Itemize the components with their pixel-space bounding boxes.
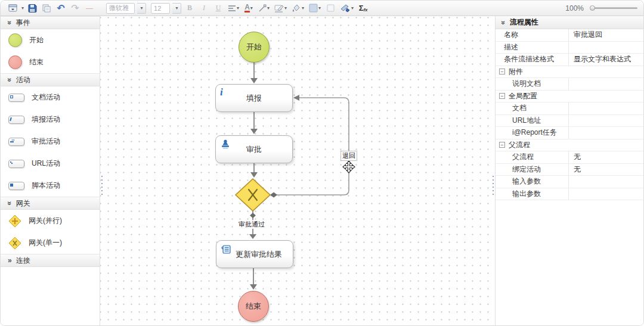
node-fill-task[interactable]: i 填报: [215, 84, 293, 112]
caret-down-icon: ▾: [318, 5, 321, 11]
font-size-caret[interactable]: ▾: [172, 3, 181, 14]
font-color-button[interactable]: A ▾: [243, 2, 255, 14]
edge-update-to-end[interactable]: [250, 268, 257, 290]
property-value[interactable]: 无: [568, 151, 643, 163]
property-group-parent-process[interactable]: − 父流程: [496, 139, 643, 152]
fill-color-button[interactable]: ▾: [290, 2, 305, 14]
line-style-button[interactable]: ▾: [257, 2, 271, 14]
undo-icon: ↶: [57, 2, 64, 14]
palette-section-gateways[interactable]: » 网关: [1, 197, 100, 210]
collapse-icon[interactable]: −: [499, 69, 505, 74]
underline-button[interactable]: U: [212, 2, 224, 14]
node-label: 开始: [246, 42, 262, 52]
redo-button[interactable]: ↷: [69, 2, 81, 14]
palette-item-label: URL活动: [32, 159, 60, 169]
property-row-parent-process: 父流程 无: [496, 151, 643, 164]
node-label: 填报: [246, 93, 262, 104]
workflow-designer-window: ▾ ↶ ↷ — 微软雅 ▾ 12 ▾ B I U: [0, 0, 644, 326]
property-value[interactable]: 显示文字和表达式: [568, 54, 643, 66]
chevron-expanded-icon: »: [7, 21, 13, 25]
collapse-icon[interactable]: −: [499, 142, 505, 148]
edge-label-return[interactable]: 退回: [340, 151, 357, 161]
node-label: 结束: [246, 301, 261, 312]
no-fill-button[interactable]: [324, 2, 336, 14]
edge-fill-to-approve[interactable]: [250, 112, 258, 134]
palette-item-fill-activity[interactable]: 填报活动: [1, 108, 100, 131]
format-painter-button[interactable]: ▾: [339, 2, 355, 14]
start-event-icon: [8, 33, 22, 47]
palette-item-label: 审批活动: [32, 136, 60, 147]
node-update-task[interactable]: 更新审批结果: [216, 240, 293, 268]
undo-button[interactable]: ↶: [55, 2, 67, 14]
edge-approve-to-gateway[interactable]: [250, 163, 258, 178]
panel-menu-button[interactable]: [7, 2, 18, 14]
align-button[interactable]: ▾: [227, 2, 240, 14]
property-value[interactable]: [568, 127, 643, 139]
palette-section-events[interactable]: » 事件: [1, 16, 100, 29]
edge-start-to-fill[interactable]: [250, 63, 258, 83]
right-splitter-handle[interactable]: [492, 175, 494, 197]
remove-button[interactable]: —: [83, 2, 95, 14]
palette-item-label: 网关(并行): [29, 216, 62, 226]
palette-item-label: 文档活动: [32, 92, 60, 103]
palette-item-exclusive-gateway[interactable]: 网关(单一): [1, 232, 100, 254]
palette-section-activities[interactable]: » 活动: [1, 73, 100, 86]
palette-item-start-event[interactable]: 开始: [1, 29, 100, 51]
property-group-global-config[interactable]: − 全局配置: [496, 91, 643, 103]
copy-button[interactable]: [41, 2, 52, 14]
group-label: 全局配置: [509, 91, 537, 101]
fx-label: fx: [363, 7, 367, 13]
palette-item-parallel-gateway[interactable]: 网关(并行): [1, 210, 100, 232]
node-start-event[interactable]: 开始: [239, 32, 270, 63]
italic-button[interactable]: I: [198, 2, 210, 14]
property-value[interactable]: 审批退回: [568, 29, 643, 41]
collapse-icon[interactable]: −: [499, 93, 505, 99]
property-value[interactable]: [568, 115, 643, 127]
property-value[interactable]: [568, 78, 643, 90]
background-color-button[interactable]: ▾: [308, 2, 322, 14]
palette-section-connections[interactable]: » 连接: [1, 254, 100, 267]
properties-title: 流程属性: [510, 17, 538, 27]
properties-panel-header[interactable]: » 流程属性: [496, 16, 643, 29]
palette-item-script-activity[interactable]: 脚本活动: [1, 175, 100, 197]
node-approve-task[interactable]: 审批: [215, 135, 293, 163]
property-label: 父流程: [496, 151, 568, 163]
format-painter-icon: [340, 4, 351, 13]
palette-item-url-activity[interactable]: URL活动: [1, 153, 100, 175]
font-family-caret[interactable]: ▾: [137, 3, 146, 14]
property-label: 输入参数: [496, 176, 568, 188]
property-value[interactable]: [568, 188, 643, 200]
bold-button[interactable]: B: [184, 2, 196, 14]
chevron-expanded-icon: »: [7, 201, 13, 206]
property-value[interactable]: [568, 42, 643, 54]
section-title: 活动: [16, 75, 30, 85]
property-value[interactable]: [568, 103, 643, 114]
zoom-slider-knob[interactable]: [590, 5, 595, 11]
font-size-select[interactable]: 12: [151, 3, 170, 14]
formula-button[interactable]: Σfx: [357, 2, 369, 14]
panel-menu-caret-icon[interactable]: ▾: [21, 5, 24, 11]
paint-bucket-icon: [292, 4, 301, 13]
node-end-event[interactable]: 结束: [238, 291, 269, 322]
line-icon: [258, 4, 267, 13]
property-value[interactable]: 无: [568, 164, 643, 176]
palette-item-end-event[interactable]: 结束: [1, 51, 100, 73]
diagram-canvas[interactable]: 开始 i 填报 审批: [100, 16, 495, 325]
property-label: URL地址: [496, 115, 568, 127]
node-exclusive-gateway[interactable]: [236, 179, 270, 211]
property-group-attachment[interactable]: − 附件: [496, 66, 643, 79]
zoom-slider[interactable]: [591, 7, 637, 9]
save-button[interactable]: [26, 2, 38, 14]
property-value[interactable]: [568, 176, 643, 188]
palette-item-approve-activity[interactable]: 审批活动: [1, 131, 100, 153]
edge-label-approved[interactable]: 审批通过: [237, 220, 266, 229]
copy-icon: [42, 4, 51, 13]
palette-item-document-activity[interactable]: 文档活动: [1, 86, 100, 108]
line-color-button[interactable]: ▾: [273, 2, 288, 14]
left-splitter-handle[interactable]: [101, 175, 103, 197]
main-area: » 事件 开始 结束 » 活动 文档活动 填报活动: [1, 16, 643, 325]
font-family-select[interactable]: 微软雅: [106, 3, 135, 14]
info-icon: i: [220, 88, 223, 97]
pencil-icon: [274, 4, 284, 13]
property-row-instruction-doc: 说明文档: [496, 78, 643, 91]
